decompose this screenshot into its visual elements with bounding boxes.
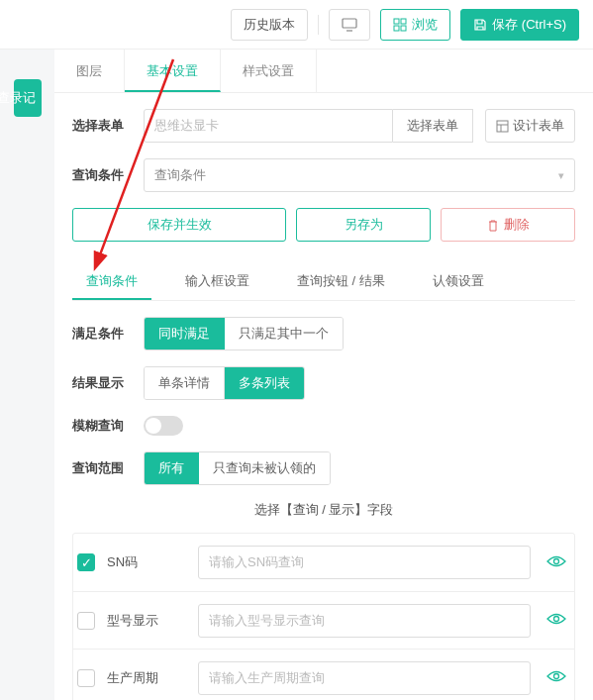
- field-row: 生产周期 请输入生产周期查询: [73, 649, 574, 700]
- delete-label: 删除: [504, 216, 530, 234]
- save-icon: [473, 18, 487, 32]
- tab-style-settings[interactable]: 样式设置: [221, 50, 317, 92]
- satisfy-all[interactable]: 同时满足: [145, 318, 224, 350]
- visibility-toggle[interactable]: [543, 667, 570, 688]
- save-button[interactable]: 保存 (Ctrl+S): [460, 9, 579, 41]
- save-label: 保存 (Ctrl+S): [492, 16, 566, 34]
- form-section: 选择表单 恩维达显卡 选择表单 设计表单 查询条件 查询条件 ▾ 保存并生效 另…: [54, 93, 593, 261]
- field-checkbox[interactable]: [77, 612, 95, 630]
- satisfy-any[interactable]: 只满足其中一个: [224, 318, 343, 350]
- fields-title: 选择【查询 / 显示】字段: [72, 501, 575, 519]
- top-toolbar: 历史版本 浏览 保存 (Ctrl+S): [0, 0, 593, 50]
- subtab-input-settings[interactable]: 输入框设置: [171, 261, 263, 300]
- select-form-button[interactable]: 选择表单: [393, 109, 473, 143]
- result-multi[interactable]: 多条列表: [224, 367, 304, 399]
- svg-rect-7: [497, 121, 508, 132]
- satisfy-label: 满足条件: [72, 325, 132, 343]
- monitor-icon: [342, 18, 357, 32]
- svg-rect-2: [394, 19, 399, 24]
- tab-layers[interactable]: 图层: [54, 50, 125, 92]
- scope-label: 查询范围: [72, 459, 132, 477]
- save-as-button[interactable]: 另存为: [296, 208, 431, 242]
- result-segment: 单条详情 多条列表: [144, 366, 305, 400]
- visibility-toggle[interactable]: [543, 552, 570, 573]
- side-tab-record-query[interactable]: 记 录 查 询: [14, 79, 42, 117]
- trash-icon: [487, 219, 499, 232]
- fields-list: ✓ SN码 请输入SN码查询 型号显示 请输入型号显示查询 生产周期 请输入生产…: [72, 533, 575, 700]
- visibility-toggle[interactable]: [543, 610, 570, 631]
- device-button[interactable]: [329, 9, 370, 41]
- preview-button[interactable]: 浏览: [380, 9, 450, 41]
- chevron-down-icon: ▾: [558, 169, 564, 182]
- main-panel: 图层 基本设置 样式设置 选择表单 恩维达显卡 选择表单 设计表单 查询条件 查…: [54, 50, 593, 700]
- eye-icon: [546, 612, 566, 626]
- main-tabs: 图层 基本设置 样式设置: [54, 50, 593, 93]
- svg-rect-4: [394, 26, 399, 31]
- form-select-label: 选择表单: [72, 117, 132, 135]
- svg-rect-3: [401, 19, 406, 24]
- query-cond-value: 查询条件: [154, 166, 206, 184]
- field-row: ✓ SN码 请输入SN码查询: [73, 534, 574, 591]
- history-button[interactable]: 历史版本: [231, 9, 308, 41]
- svg-point-10: [554, 558, 559, 563]
- query-settings: 满足条件 同时满足 只满足其中一个 结果显示 单条详情 多条列表 模糊查询 查询…: [54, 301, 593, 700]
- scope-all[interactable]: 所有: [145, 452, 198, 484]
- field-name: 生产周期: [107, 669, 186, 687]
- svg-rect-0: [343, 19, 356, 28]
- design-form-label: 设计表单: [513, 117, 564, 135]
- subtab-query-condition[interactable]: 查询条件: [72, 261, 151, 300]
- field-placeholder-input[interactable]: 请输入生产周期查询: [198, 661, 531, 695]
- satisfy-segment: 同时满足 只满足其中一个: [144, 317, 344, 350]
- svg-point-11: [554, 617, 559, 622]
- subtab-query-button-result[interactable]: 查询按钮 / 结果: [283, 261, 399, 300]
- field-placeholder-input[interactable]: 请输入SN码查询: [198, 546, 531, 579]
- preview-label: 浏览: [412, 16, 438, 34]
- fuzzy-label: 模糊查询: [72, 417, 132, 435]
- field-checkbox[interactable]: [77, 669, 95, 687]
- sub-tabs: 查询条件 输入框设置 查询按钮 / 结果 认领设置: [72, 261, 575, 301]
- eye-icon: [546, 554, 566, 568]
- svg-point-12: [554, 674, 559, 679]
- query-cond-select[interactable]: 查询条件 ▾: [144, 158, 575, 192]
- eye-icon: [546, 669, 566, 683]
- subtab-claim-settings[interactable]: 认领设置: [419, 261, 498, 300]
- query-cond-label: 查询条件: [72, 166, 132, 184]
- result-label: 结果显示: [72, 374, 132, 392]
- delete-button[interactable]: 删除: [441, 208, 575, 242]
- field-name: 型号显示: [107, 612, 186, 630]
- action-row: 保存并生效 另存为 删除: [72, 208, 575, 242]
- field-checkbox[interactable]: ✓: [77, 553, 95, 571]
- save-apply-button[interactable]: 保存并生效: [72, 208, 286, 242]
- tab-basic-settings[interactable]: 基本设置: [125, 50, 221, 92]
- scope-segment: 所有 只查询未被认领的: [144, 451, 331, 485]
- grid-icon: [393, 18, 407, 32]
- divider: [318, 15, 319, 35]
- design-icon: [496, 120, 509, 133]
- scope-unclaimed[interactable]: 只查询未被认领的: [198, 452, 330, 484]
- field-placeholder-input[interactable]: 请输入型号显示查询: [198, 604, 531, 638]
- fuzzy-toggle[interactable]: [144, 416, 183, 436]
- field-name: SN码: [107, 553, 186, 571]
- field-row: 型号显示 请输入型号显示查询: [73, 591, 574, 649]
- svg-rect-5: [401, 26, 406, 31]
- design-form-button[interactable]: 设计表单: [485, 109, 575, 143]
- result-single[interactable]: 单条详情: [145, 367, 224, 399]
- form-name-input[interactable]: 恩维达显卡: [144, 109, 393, 143]
